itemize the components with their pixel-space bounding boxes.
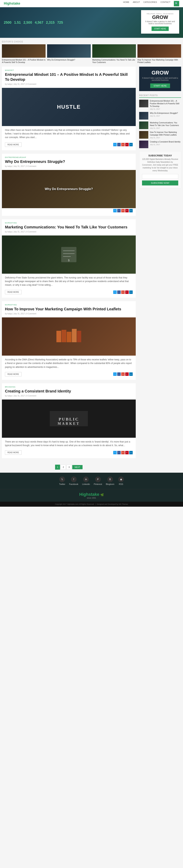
twitter-icon-5[interactable]: 𝕏 <box>113 451 117 454</box>
post-article-3: MARKETING Marketing Communications: You … <box>2 219 136 298</box>
hero-grow-sub: It doesn't take a genius to start and bu… <box>145 21 176 25</box>
editor-card-1[interactable]: Entrepreneurial Mindset 101 – A Positive… <box>2 44 45 64</box>
linkedin-icon-4[interactable]: in <box>129 372 133 376</box>
editor-card-2[interactable]: Why Do Entrepreneurs Struggle? <box>47 44 91 64</box>
footer-designed: Designed and Developed by MH Themes <box>97 503 128 505</box>
post-5-title[interactable]: Creating a Consistent Brand Identity <box>5 389 133 394</box>
linkedin-icon-5[interactable]: in <box>129 451 133 454</box>
svg-rect-5 <box>57 331 61 342</box>
post-1-read-more[interactable]: READ MORE <box>5 143 22 147</box>
facebook-icon-3[interactable]: f <box>117 290 121 294</box>
subscribe-title: SUBSCRIBE TODAY <box>142 154 178 157</box>
recent-post-title-4[interactable]: How To Improve Your Marketing Campaign W… <box>150 131 181 136</box>
pinterest-icon[interactable]: P <box>125 143 129 146</box>
post-4-footer: READ MORE 𝕏 f G P in <box>2 371 136 377</box>
page-3[interactable]: 3 <box>67 465 71 470</box>
facebook-share-icon[interactable]: f <box>117 209 121 212</box>
google-icon[interactable]: G <box>121 143 125 146</box>
twitter-icon[interactable]: 𝕏 <box>113 143 117 146</box>
google-icon-5[interactable]: G <box>121 451 125 454</box>
post-3-title[interactable]: Marketing Communications: You Need To Ta… <box>5 225 133 229</box>
subscribe-input[interactable] <box>142 174 178 179</box>
twitter-icon-4[interactable]: 𝕏 <box>113 372 117 376</box>
linkedin-footer-icon: in <box>83 476 89 482</box>
footer-bloglovin[interactable]: B Bloglovin <box>106 476 114 485</box>
pinterest-footer-icon: P <box>95 476 101 482</box>
svg-rect-9 <box>77 331 81 342</box>
google-share-icon[interactable]: G <box>121 209 125 212</box>
nav-home[interactable]: Home <box>123 1 129 6</box>
footer-pinterest[interactable]: P Pinterest <box>94 476 102 485</box>
search-icon[interactable]: 🔍 <box>174 1 179 6</box>
footer-linkedin[interactable]: in Linkedin <box>82 476 90 485</box>
recent-post-date-2: July 31, 2017 <box>150 115 178 117</box>
recent-post-2: Why Do Entrepreneurs Struggle? July 31, … <box>139 112 181 120</box>
post-4-read-more[interactable]: READ MORE <box>5 372 22 376</box>
footer-brand-area: Highstake 🌿 since 2001 <box>0 489 183 502</box>
pagination: 1 2 3 NEXT <box>2 462 136 473</box>
linkedin-icon-3[interactable]: in <box>129 290 133 294</box>
twitter-footer-icon: 𝕏 <box>59 476 65 482</box>
recent-post-title-2[interactable]: Why Do Entrepreneurs Struggle? <box>150 112 178 115</box>
facebook-icon-5[interactable]: f <box>117 451 121 454</box>
footer-rss[interactable]: ◉ RSS <box>118 476 124 485</box>
footer-brand-name[interactable]: Highstake 🌿 <box>3 492 180 497</box>
pinterest-share-icon[interactable]: P <box>125 209 129 212</box>
post-5-read-more[interactable]: READ MORE <box>5 450 22 455</box>
hero-section: 2500 1.51 2,500 4,567 2,315 725 HELPING … <box>0 7 183 38</box>
google-icon-4[interactable]: G <box>121 372 125 376</box>
editor-title-2: Why Do Entrepreneurs Struggle? <box>47 59 91 61</box>
google-icon-3[interactable]: G <box>121 290 125 294</box>
post-3-image: $ <box>2 236 136 274</box>
pinterest-icon-3[interactable]: P <box>125 290 129 294</box>
post-4-title[interactable]: How To Improve Your Marketing Campaign W… <box>5 307 133 311</box>
post-1-excerpt: How often have we heard motivational spe… <box>2 126 136 142</box>
post-3-header: MARKETING Marketing Communications: You … <box>2 219 136 236</box>
recent-post-5: Creating a Consistent Brand Identity Jul… <box>139 141 181 148</box>
editor-title-3: Marketing Communications: You Need To Ta… <box>92 59 136 64</box>
recent-post-4: How To Improve Your Marketing Campaign W… <box>139 131 181 138</box>
twitter-icon-3[interactable]: 𝕏 <box>113 290 117 294</box>
subscribe-button[interactable]: SUBSCRIBE NOW! <box>142 181 178 185</box>
editor-card-3[interactable]: Marketing Communications: You Need To Ta… <box>92 44 136 64</box>
svg-text:MARKET: MARKET <box>58 422 80 426</box>
sidebar-grow-box: GROW It doesn't take a genius to start a… <box>139 67 181 91</box>
sidebar-start-button[interactable]: START HERE <box>150 84 170 88</box>
page-1[interactable]: 1 <box>55 465 60 470</box>
editor-card-4[interactable]: How To Improve Your Marketing Campaign W… <box>138 44 181 64</box>
footer-facebook[interactable]: f Facebook <box>69 476 78 485</box>
page-next[interactable]: NEXT <box>72 465 82 469</box>
bloglovin-footer-icon: B <box>107 476 113 482</box>
post-article-2: ENTREPRENEURSHIP Why Do Entrepreneurs St… <box>2 154 136 216</box>
post-3-read-more[interactable]: READ MORE <box>5 290 22 294</box>
brand-logo[interactable]: Highstake <box>4 2 20 5</box>
editors-choice-label: EDITOR'S CHOICE <box>2 40 181 43</box>
post-4-excerpt: According to the DMA (Direct Marketing A… <box>2 355 136 371</box>
linkedin-icon[interactable]: in <box>129 143 133 146</box>
post-1-category: MINDSET <box>5 69 133 71</box>
post-1-title[interactable]: Entrepreneurial Mindset 101 – A Positive… <box>5 72 133 82</box>
nav-contact[interactable]: Contact <box>160 1 171 6</box>
facebook-icon-4[interactable]: f <box>117 372 121 376</box>
facebook-icon[interactable]: f <box>117 143 121 146</box>
page-2[interactable]: 2 <box>61 465 66 470</box>
post-1-social: 𝕏 f G P in <box>113 143 133 146</box>
svg-rect-6 <box>62 330 66 342</box>
nav-about[interactable]: About <box>133 1 140 6</box>
linkedin-share-icon[interactable]: in <box>129 209 133 212</box>
recent-post-title-1[interactable]: Entrepreneurial Mindset 101 – A Positive… <box>150 100 181 108</box>
recent-post-title-5[interactable]: Creating a Consistent Brand Identity <box>150 141 181 143</box>
post-5-excerpt: There are so many buzz words these days … <box>2 438 136 450</box>
recent-post-title-3[interactable]: Marketing Communications: You Need To Ta… <box>150 121 181 127</box>
post-2-title[interactable]: Why Do Entrepreneurs Struggle? <box>5 159 133 164</box>
nav-categories[interactable]: Categories <box>143 1 157 6</box>
footer-twitter[interactable]: 𝕏 Twitter <box>59 476 65 485</box>
hero-start-button[interactable]: START HERE <box>151 27 169 31</box>
pinterest-icon-4[interactable]: P <box>125 372 129 376</box>
pinterest-icon-5[interactable]: P <box>125 451 129 454</box>
post-5-category: BRANDING <box>5 386 133 388</box>
recent-thumb-3 <box>139 121 148 129</box>
twitter-share-icon[interactable]: 𝕏 <box>113 209 117 212</box>
post-5-footer: READ MORE 𝕏 f G P in <box>2 450 136 456</box>
post-2-footer: 𝕏 f G P in <box>2 208 136 213</box>
